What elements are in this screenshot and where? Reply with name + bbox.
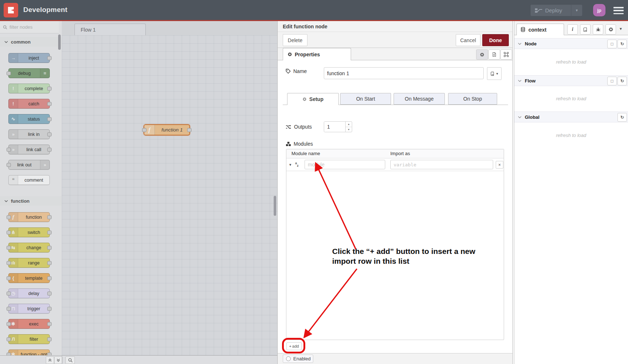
node-port-left [7,261,11,265]
palette-node-complete[interactable]: !complete [8,84,50,93]
remove-row-button[interactable]: × [496,161,503,169]
name-input[interactable] [324,67,484,79]
section-refresh-button[interactable]: ↻ [617,113,627,122]
spinner-buttons: ▲ ▼ [345,122,352,132]
node-port-right [47,261,52,265]
modules-table-header: Module name Import as [286,149,504,158]
context-empty-message: refresh to load [514,59,628,65]
import-as-input[interactable] [390,160,493,169]
context-section-flow[interactable]: Flow□↻ [514,75,628,86]
enabled-toggle-button[interactable]: Enabled [283,355,313,363]
node-port-right [47,102,52,106]
palette-category-function[interactable]: function [0,196,62,206]
node-appearance-button[interactable] [500,49,512,60]
dialog-buttonbar: Delete Cancel Done [278,32,512,48]
comment-node-icon: ❝ [9,175,18,185]
palette-node-function-gpt[interactable]: ✻function - gpt [8,349,50,355]
palette-node-link-call[interactable]: »link call [8,145,50,154]
palette-scrollbar-thumb[interactable] [58,35,61,50]
palette-node-change[interactable]: ⇆change [8,243,50,252]
palette-node-filter[interactable]: Лfilter [8,334,50,344]
palette-expand-all-button[interactable] [54,356,63,364]
palette-node-label: exec [18,319,49,328]
palette-node-function[interactable]: ffunction [8,212,50,222]
help-tab-button[interactable] [580,24,591,35]
chevron-down-icon [518,80,522,82]
palette-node-link-out[interactable]: »link out [8,160,50,170]
tab-properties[interactable]: Properties [283,48,351,60]
palette-node-list: ffunction⋔switch⇆changeılırange{template… [0,206,62,355]
palette-node-catch[interactable]: !catch [8,99,50,109]
palette-node-label: delay [18,289,49,298]
tab-setup[interactable]: Setup [287,93,339,105]
deploy-label: Deploy [545,7,562,13]
palette-category-common[interactable]: common [0,37,62,46]
sidebar-options-caret[interactable]: ▾ [620,26,622,31]
canvas-node-function-1[interactable]: f function 1 [144,124,190,136]
name-expand-button[interactable]: ▾ [487,67,502,80]
flow-canvas[interactable]: f function 1 [62,35,277,355]
section-refresh-button[interactable]: ↻ [617,77,627,85]
book-icon [583,27,588,32]
palette-node-template[interactable]: {template [8,273,50,283]
settings-tab-button[interactable] [605,24,616,35]
context-section-label: Flow [525,78,536,84]
node-settings-button[interactable] [476,49,488,60]
tab-on-stop[interactable]: On Stop [448,93,497,105]
node-input-port[interactable] [142,128,146,132]
canvas-vertical-scrollbar[interactable] [274,196,276,216]
palette-collapse-all-button[interactable] [46,356,54,364]
debug-tab-button[interactable] [593,24,603,35]
palette-node-label: debug [9,69,40,78]
palette-node-exec[interactable]: ✱exec [8,319,50,329]
book-icon [490,72,495,76]
deploy-options-caret[interactable]: ▾ [571,5,582,16]
caret-down-icon: ▾ [496,72,498,76]
section-select-button[interactable]: □ [607,40,617,48]
tab-on-message[interactable]: On Message [394,93,445,105]
debug-node-icon: ≡ [40,69,49,78]
palette-node-link-in[interactable]: »link in [8,129,50,139]
context-sidebar: context i ▾ Node□↻refresh to loadFlow□↻r… [514,21,628,364]
tab-on-start[interactable]: On Start [340,93,391,105]
context-section-label: Node [525,41,537,46]
section-refresh-button[interactable]: ↻ [617,40,627,48]
spinner-up-button[interactable]: ▲ [346,122,352,127]
node-port-right [47,230,52,234]
user-avatar[interactable]: jp [593,4,605,16]
palette-search[interactable] [0,21,59,33]
tab-flow-1[interactable]: Flow 1 [75,24,146,35]
section-select-button[interactable]: □ [607,77,617,85]
info-tab-button[interactable]: i [567,24,578,35]
node-output-port[interactable] [187,128,192,132]
cancel-button[interactable]: Cancel [456,34,480,46]
palette-node-comment[interactable]: ❝comment [8,175,50,185]
palette-node-inject[interactable]: →inject [8,53,50,63]
add-import-row-button[interactable]: + add [286,342,302,350]
node-description-button[interactable] [488,49,500,60]
row-drag-caret-icon[interactable]: ▾ [289,162,294,167]
palette-node-debug[interactable]: ≡debug [8,68,50,78]
palette-node-status[interactable]: ∿status [8,114,50,124]
module-name-input[interactable] [305,160,385,169]
spinner-down-button[interactable]: ▼ [346,127,352,132]
palette-node-switch[interactable]: ⋔switch [8,227,50,237]
context-section-global[interactable]: Global↻ [514,112,628,122]
node-port-right [47,56,52,60]
main-menu-button[interactable] [613,7,624,14]
palette-node-label: trigger [18,304,49,313]
tab-context[interactable]: context [516,24,564,35]
outputs-input[interactable] [324,122,345,132]
palette-node-trigger[interactable]: ⊓trigger [8,304,50,314]
deploy-button[interactable]: Deploy ▾ [531,5,582,16]
palette-filter-input[interactable] [9,24,53,30]
context-section-node[interactable]: Node□↻ [514,38,628,49]
canvas-zoom-search-button[interactable] [65,356,75,364]
palette-node-range[interactable]: ılırange [8,258,50,268]
status-node-icon: ∿ [9,114,18,124]
node-port-left [7,307,11,311]
done-button[interactable]: Done [482,34,509,46]
palette-node-delay[interactable]: ◷delay [8,288,50,298]
tab-label: On Stop [463,96,482,102]
delete-button[interactable]: Delete [283,34,307,46]
